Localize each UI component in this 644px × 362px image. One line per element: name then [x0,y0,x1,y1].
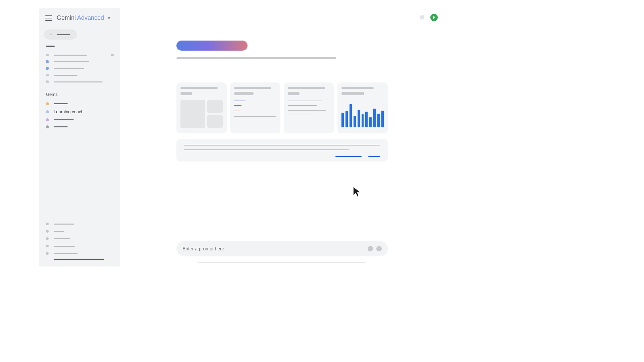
avatar-initial: F [433,15,435,19]
menu-icon[interactable] [45,15,52,21]
footer-item[interactable] [44,235,115,242]
prompt-input[interactable] [182,246,364,251]
suggestion-card-chart[interactable] [337,82,388,133]
gem-color-icon [46,110,49,113]
recent-item[interactable] [44,78,115,85]
footer-item[interactable] [44,242,115,250]
mic-icon[interactable] [368,246,373,251]
gem-label: Learning coach [54,109,84,114]
recent-item[interactable] [44,65,115,72]
recent-item[interactable] [44,58,115,65]
gem-label [54,126,68,127]
gem-item[interactable] [44,116,115,123]
info-card-actions [184,156,380,157]
cursor-icon [353,186,361,197]
gem-color-icon [46,102,49,105]
footer-item[interactable] [44,220,115,228]
footer-disclaimer [198,262,366,263]
gems-section-title: Gems [46,92,115,97]
sidebar-footer-list [44,220,115,260]
info-card-link-secondary[interactable] [368,156,380,157]
greeting-pill [176,41,248,51]
product-name-text: Gemini [57,14,76,21]
app-window: Gemini Advanced ＋ [39,8,444,266]
product-title[interactable]: Gemini Advanced [57,14,110,21]
subtitle-skeleton [176,57,336,59]
footer-item[interactable] [44,228,115,235]
plus-icon: ＋ [49,32,53,37]
welcome-content [176,41,388,162]
apps-icon[interactable] [420,15,424,19]
gem-item[interactable] [44,100,115,107]
info-card-link-primary[interactable] [335,156,362,157]
suggestion-card-image[interactable] [176,82,227,133]
recent-item[interactable] [44,52,115,58]
bar-chart [341,101,384,127]
suggestion-card-list[interactable] [230,82,280,133]
footer-underline [54,259,104,260]
main-header-actions: F [420,14,438,21]
suggestion-cards [176,82,388,133]
gem-label [54,119,74,120]
image-upload-icon[interactable] [376,246,382,251]
product-tier-text: Advanced [77,14,104,21]
recent-item[interactable] [44,72,115,78]
main-area: F [120,8,444,266]
gem-item-learning-coach[interactable]: Learning coach [44,107,115,116]
new-chat-label [57,34,70,35]
recent-section-label [46,46,55,47]
footer-item[interactable] [44,250,115,257]
new-chat-button[interactable]: ＋ [44,29,77,40]
info-card [176,139,388,162]
recent-list [44,52,115,85]
gem-color-icon [46,125,49,128]
chevron-down-icon[interactable] [108,17,110,19]
image-grid-icon [180,100,223,128]
gem-item[interactable] [44,123,115,130]
avatar[interactable]: F [430,14,438,21]
prompt-bar[interactable] [176,241,388,256]
sidebar: Gemini Advanced ＋ [39,8,120,266]
sidebar-header: Gemini Advanced [44,14,115,21]
suggestion-card-text[interactable] [284,82,334,133]
gem-color-icon [46,118,49,121]
gem-label [54,103,68,104]
